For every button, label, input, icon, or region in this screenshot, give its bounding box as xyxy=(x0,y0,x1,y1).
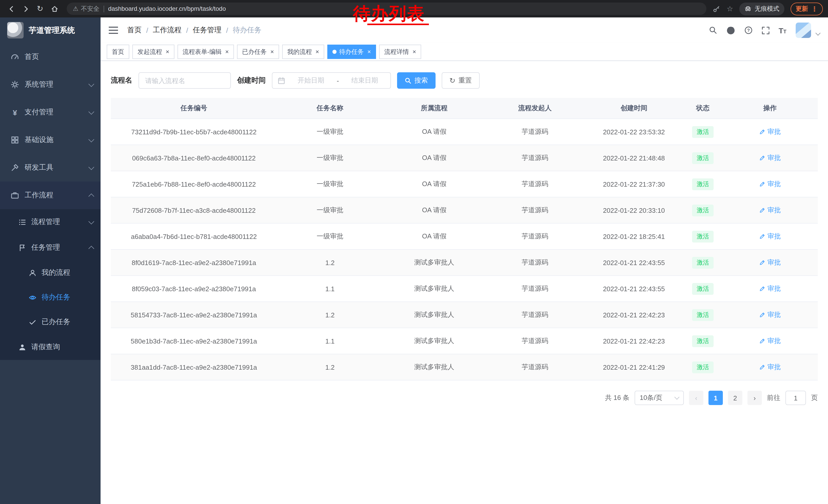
goto-page-input[interactable] xyxy=(785,391,806,405)
sidebar-item-label: 我的流程 xyxy=(42,268,70,277)
breadcrumb-item[interactable]: 首页 xyxy=(127,26,141,35)
cell-task-id: 73211d9d-7b9b-11ec-b5b7-acde48001122 xyxy=(111,119,277,145)
user-icon xyxy=(18,343,26,351)
page-button-2[interactable]: 2 xyxy=(728,391,742,405)
cell-create-time: 2022-01-21 22:42:23 xyxy=(584,328,683,354)
breadcrumb-item[interactable]: 任务管理 xyxy=(193,26,222,35)
tab-my-process[interactable]: 我的流程 × xyxy=(282,45,324,59)
incognito-badge: 无痕模式 xyxy=(739,2,784,15)
fullscreen-icon[interactable] xyxy=(761,27,769,34)
page-button-1[interactable]: 1 xyxy=(708,391,723,405)
sidebar-collapse-icon[interactable] xyxy=(109,30,118,31)
tab-start-process[interactable]: 发起流程 × xyxy=(132,45,174,59)
close-icon[interactable]: × xyxy=(225,49,229,55)
status-badge: 激活 xyxy=(692,361,714,373)
approve-link[interactable]: 审批 xyxy=(759,127,781,136)
tab-home[interactable]: 首页 xyxy=(107,45,129,59)
date-range-picker[interactable]: 开始日期 - 结束日期 xyxy=(272,72,391,89)
font-size-icon[interactable]: TT xyxy=(779,26,786,35)
cell-starter: 芋道源码 xyxy=(486,223,585,249)
sidebar-item-workflow[interactable]: 工作流程 xyxy=(0,182,100,209)
close-icon[interactable]: × xyxy=(316,49,319,55)
update-button[interactable]: 更新 ⋮ xyxy=(791,2,823,15)
logo-image xyxy=(7,22,24,39)
approve-link[interactable]: 审批 xyxy=(759,153,781,163)
breadcrumb: 首页 / 工作流程 / 任务管理 / 待办任务 xyxy=(127,26,261,35)
approve-link[interactable]: 审批 xyxy=(759,363,781,372)
avatar-dropdown-caret-icon[interactable] xyxy=(816,30,821,35)
sidebar-item-todo-tasks[interactable]: 待办任务 xyxy=(0,285,100,310)
cell-starter: 芋道源码 xyxy=(486,119,585,145)
search-icon[interactable] xyxy=(709,26,717,34)
cell-task-name: 一级审批 xyxy=(277,197,383,223)
cell-starter: 芋道源码 xyxy=(486,328,585,354)
close-icon[interactable]: × xyxy=(271,49,274,55)
tab-process-detail[interactable]: 流程详情 × xyxy=(379,45,421,59)
cell-create-time: 2022-01-22 18:25:41 xyxy=(584,223,683,249)
status-badge: 激活 xyxy=(692,126,714,138)
bookmark-star-icon[interactable]: ☆ xyxy=(727,5,733,13)
avatar[interactable] xyxy=(796,22,811,38)
col-header-task-id: 任务编号 xyxy=(111,98,277,119)
home-icon[interactable] xyxy=(48,3,60,15)
approve-link[interactable]: 审批 xyxy=(759,258,781,267)
table-row: 58154733-7ac8-11ec-a9e2-a2380e71991a 1.2… xyxy=(111,302,818,328)
cell-task-id: 069c6a63-7b8a-11ec-8ef0-acde48001122 xyxy=(111,145,277,171)
sidebar-item-leave-query[interactable]: 请假查询 xyxy=(0,334,100,360)
sidebar-item-system[interactable]: 系统管理 xyxy=(0,71,100,98)
back-icon[interactable] xyxy=(5,3,17,15)
forward-icon[interactable] xyxy=(19,3,32,15)
status-badge: 激活 xyxy=(692,257,714,268)
cell-task-id: 8f0d1619-7ac8-11ec-a9e2-a2380e71991a xyxy=(111,249,277,276)
tab-todo-tasks[interactable]: 待办任务 × xyxy=(327,45,376,59)
tab-process-form-edit[interactable]: 流程表单-编辑 × xyxy=(177,45,234,59)
tab-label: 发起流程 xyxy=(137,47,162,56)
password-key-icon[interactable] xyxy=(713,5,720,12)
process-name-input[interactable] xyxy=(138,72,231,89)
create-time-label: 创建时间 xyxy=(237,76,266,85)
chrome-menu-icon[interactable]: ⋮ xyxy=(811,5,818,12)
sidebar-item-my-process[interactable]: 我的流程 xyxy=(0,261,100,285)
page-size-select[interactable]: 10条/页 xyxy=(634,391,684,405)
sidebar-item-infra[interactable]: 基础设施 xyxy=(0,126,100,154)
sidebar-item-task-mgmt[interactable]: 任务管理 xyxy=(0,235,100,261)
sidebar-item-process-mgmt[interactable]: 流程管理 xyxy=(0,209,100,235)
cell-process: 测试多审批人 xyxy=(383,276,486,302)
reset-button[interactable]: ↻ 重置 xyxy=(442,72,480,89)
sidebar-item-home[interactable]: 首页 xyxy=(0,43,100,71)
github-icon[interactable] xyxy=(726,26,735,35)
prev-page-button[interactable]: ‹ xyxy=(689,391,703,405)
tab-done-tasks[interactable]: 已办任务 × xyxy=(237,45,279,59)
table-row: 75d72608-7b7f-11ec-a3c8-acde48001122 一级审… xyxy=(111,197,818,223)
infra-grid-icon xyxy=(10,136,19,144)
breadcrumb-separator: / xyxy=(226,26,228,34)
sidebar-item-devtools[interactable]: 研发工具 xyxy=(0,154,100,182)
close-icon[interactable]: × xyxy=(367,49,371,55)
range-separator: - xyxy=(337,77,339,84)
page-content: 流程名 创建时间 开始日期 - 结束日期 搜索 xyxy=(100,61,828,504)
breadcrumb-item[interactable]: 工作流程 xyxy=(153,26,181,35)
search-button[interactable]: 搜索 xyxy=(397,72,436,89)
reload-icon[interactable]: ↻ xyxy=(34,3,46,15)
goto-unit-label: 页 xyxy=(811,393,818,403)
approve-link[interactable]: 审批 xyxy=(759,232,781,241)
approve-label: 审批 xyxy=(768,127,781,136)
incognito-label: 无痕模式 xyxy=(755,4,779,13)
close-icon[interactable]: × xyxy=(166,49,169,55)
close-icon[interactable]: × xyxy=(412,49,416,55)
approve-link[interactable]: 审批 xyxy=(759,336,781,346)
cell-create-time: 2022-01-21 22:41:29 xyxy=(584,354,683,380)
chevron-down-icon xyxy=(88,164,94,170)
help-icon[interactable]: ? xyxy=(744,26,752,34)
sidebar-item-payment[interactable]: ¥ 支付管理 xyxy=(0,98,100,126)
cell-create-time: 2022-01-21 22:42:23 xyxy=(584,302,683,328)
approve-link[interactable]: 审批 xyxy=(759,205,781,215)
approve-link[interactable]: 审批 xyxy=(759,310,781,319)
approve-link[interactable]: 审批 xyxy=(759,179,781,189)
next-page-button[interactable]: › xyxy=(747,391,762,405)
approve-label: 审批 xyxy=(768,336,781,346)
approve-link[interactable]: 审批 xyxy=(759,284,781,293)
reset-button-label: 重置 xyxy=(458,76,472,85)
approve-label: 审批 xyxy=(768,284,781,293)
sidebar-item-done-tasks[interactable]: 已办任务 xyxy=(0,310,100,334)
